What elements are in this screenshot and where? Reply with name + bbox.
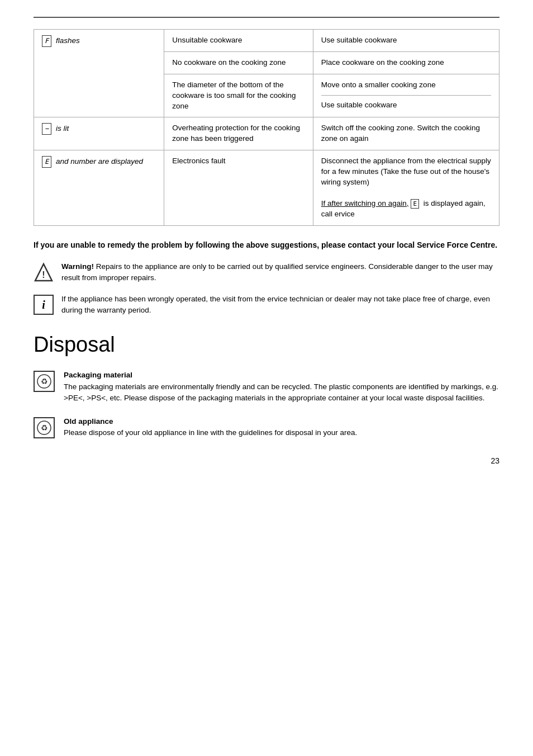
indicator-e-cell: E and number are displayed <box>34 150 164 225</box>
page-number: 23 <box>34 456 499 467</box>
remedy-place-cookware: Place cookware on the cooking zone <box>313 51 499 74</box>
indicator-minus-label: is lit <box>56 124 69 133</box>
disposal-block-packaging: ♻ Packaging material The packaging mater… <box>34 370 499 404</box>
indicator-e-label: and number are displayed <box>56 157 143 166</box>
remedy-if-after: If after switching on again, <box>321 199 409 207</box>
indicator-minus-cell: − is lit <box>34 117 164 150</box>
cause-no-cookware: No cookware on the cooking zone <box>164 51 313 74</box>
remedy-disconnect-sub: If after switching on again, E is displa… <box>321 199 486 218</box>
indicator-minus: − <box>42 123 51 135</box>
svg-text:♻: ♻ <box>41 377 48 386</box>
section-title: Disposal <box>34 333 499 357</box>
remedy-diameter: Move onto a smaller cooking zone Use sui… <box>313 74 499 117</box>
indicator-f-label: flashes <box>56 36 80 45</box>
info-block: i If the appliance has been wrongly oper… <box>34 294 499 316</box>
warning-block: ! Warning! Repairs to the appliance are … <box>34 261 499 284</box>
info-icon: i <box>34 295 54 315</box>
warning-text: Warning! Repairs to the appliance are on… <box>61 261 499 284</box>
table-row: E and number are displayed Electronics f… <box>34 150 499 225</box>
recycling-icon-2: ♻ <box>34 417 55 438</box>
indicator-f: F <box>42 35 51 47</box>
svg-text:♻: ♻ <box>41 423 48 432</box>
remedy-switch-off: Switch off the cooking zone. Switch the … <box>313 117 499 150</box>
cause-overheating: Overheating protection for the cooking z… <box>164 117 313 150</box>
warning-body: Repairs to the appliance are only to be … <box>61 262 493 282</box>
warning-label: Warning! <box>61 262 94 271</box>
remedy-disconnect: Disconnect the appliance from the electr… <box>313 150 499 225</box>
indicator-f-cell: F flashes <box>34 30 164 117</box>
remedy-use-suitable: Use suitable cookware <box>313 30 499 52</box>
troubleshooting-table: F flashes Unsuitable cookware Use suitab… <box>34 29 499 226</box>
disposal-packaging-body: The packaging materials are environmenta… <box>64 382 498 402</box>
cause-unsuitable-cookware: Unsuitable cookware <box>164 30 313 52</box>
bold-notice: If you are unable to remedy the problem … <box>34 239 499 251</box>
cause-electronics: Electronics fault <box>164 150 313 225</box>
warning-triangle-icon: ! <box>34 262 54 282</box>
recycling-icon-1: ♻ <box>34 371 55 392</box>
remedy-disconnect-main: Disconnect the appliance from the electr… <box>321 157 491 186</box>
indicator-e: E <box>42 156 51 168</box>
disposal-block-old-appliance: ♻ Old appliance Please dispose of your o… <box>34 416 499 439</box>
disposal-packaging-title: Packaging material <box>64 371 132 379</box>
cause-diameter: The diameter of the bottom of the cookwa… <box>164 74 313 117</box>
table-row: F flashes Unsuitable cookware Use suitab… <box>34 30 499 52</box>
remedy-move-zone: Move onto a smaller cooking zone <box>321 80 491 96</box>
remedy-use-suitable-2: Use suitable cookware <box>321 100 491 111</box>
svg-text:!: ! <box>42 270 45 280</box>
warning-svg: ! <box>34 262 54 282</box>
disposal-old-appliance-body: Please dispose of your old appliance in … <box>64 428 357 437</box>
info-text: If the appliance has been wrongly operat… <box>61 294 499 316</box>
table-row: − is lit Overheating protection for the … <box>34 117 499 150</box>
disposal-old-appliance-text: Old appliance Please dispose of your old… <box>64 416 357 439</box>
disposal-old-appliance-title: Old appliance <box>64 417 113 426</box>
top-border <box>34 17 499 18</box>
disposal-packaging-text: Packaging material The packaging materia… <box>64 370 499 404</box>
indicator-e-small: E <box>411 199 419 209</box>
